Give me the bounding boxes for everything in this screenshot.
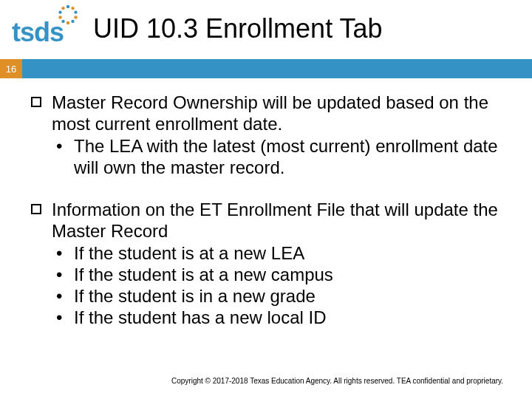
dot-bullet-icon: • [56,307,74,328]
bullet-text: Master Record Ownership will be updated … [52,92,510,135]
dot-bullet-icon: • [56,135,74,157]
square-bullet-icon [31,204,41,214]
bullet-item: Information on the ET Enrollment File th… [31,199,510,329]
sub-bullet-text: If the student is in a new grade [74,285,510,307]
dot-bullet-icon: • [56,285,74,307]
svg-point-2 [74,10,77,13]
svg-point-0 [66,5,69,8]
sub-bullet-text: The LEA with the latest (most current) e… [74,135,510,179]
slide-header: tsds UID 10.3 Enrollment Tab [0,0,532,58]
svg-point-4 [71,20,74,23]
svg-point-8 [58,10,61,13]
slide-content: Master Record Ownership will be updated … [31,92,510,349]
sub-bullet-text: If the student is at a new LEA [74,242,510,264]
bullet-item: Master Record Ownership will be updated … [31,92,510,178]
sub-bullet-item: • If the student is in a new grade [56,285,510,307]
sub-bullet-item: • If the student is at a new LEA [56,242,510,264]
bullet-text: Information on the ET Enrollment File th… [52,199,510,242]
sub-bullet-item: • The LEA with the latest (most current)… [56,135,510,179]
square-bullet-icon [31,97,41,107]
dot-bullet-icon: • [56,242,74,264]
svg-text:tsds: tsds [12,17,64,47]
slide-title: UID 10.3 Enrollment Tab [93,13,383,44]
page-number: 16 [0,59,22,78]
sub-bullet-item: • If the student is at a new campus [56,264,510,285]
svg-point-1 [71,7,74,10]
dot-bullet-icon: • [56,264,74,285]
svg-point-3 [74,16,77,18]
sub-bullet-text: If the student has a new local ID [74,307,510,328]
svg-point-9 [61,7,64,10]
sub-bullet-item: • If the student has a new local ID [56,307,510,328]
divider-bar [0,59,532,78]
tsds-logo: tsds [12,4,87,47]
sub-bullet-text: If the student is at a new campus [74,264,510,285]
svg-point-5 [66,21,69,24]
copyright-footer: Copyright © 2017-2018 Texas Education Ag… [171,377,511,386]
